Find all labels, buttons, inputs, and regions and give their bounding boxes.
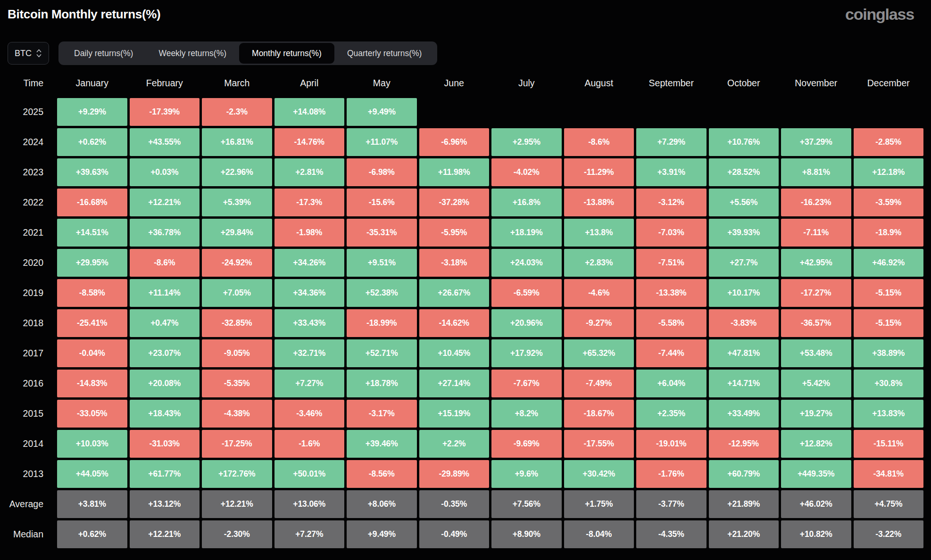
return-cell: -17.25% (202, 430, 272, 458)
return-cell: -2.30% (202, 520, 272, 548)
return-cell: -4.35% (636, 520, 707, 548)
empty-cell (854, 98, 924, 126)
return-cell: -29.89% (419, 460, 490, 488)
row-label: 2021 (0, 219, 55, 247)
return-cell: -9.05% (202, 339, 272, 367)
coinglass-logo: coinglass (845, 6, 914, 23)
return-cell: +11.98% (419, 158, 490, 186)
table-row: 2015-33.05%+18.43%-4.38%-3.46%-3.17%+15.… (0, 400, 923, 428)
month-header: July (491, 73, 562, 93)
return-cell: +17.92% (491, 339, 562, 367)
return-cell: +13.8% (564, 219, 634, 247)
return-cell: -18.9% (854, 219, 924, 247)
return-cell: +43.55% (130, 128, 200, 156)
monthly-returns-table: Time JanuaryFebruaryMarchAprilMayJuneJul… (0, 73, 923, 548)
return-cell: -6.96% (419, 128, 490, 156)
return-cell: +10.82% (781, 520, 851, 548)
return-cell: -31.03% (130, 430, 200, 458)
return-cell: +28.52% (709, 158, 779, 186)
return-cell: +24.03% (491, 249, 562, 277)
return-cell: +9.49% (347, 520, 417, 548)
return-cell: -3.46% (274, 400, 345, 428)
return-cell: -36.57% (781, 309, 851, 337)
tab-weekly-returns[interactable]: Weekly returns(%) (146, 43, 239, 64)
return-cell: -5.58% (636, 309, 707, 337)
return-cell: -8.6% (130, 249, 200, 277)
return-cell: +7.56% (491, 490, 562, 518)
return-cell: -7.49% (564, 370, 634, 397)
return-cell: +32.71% (274, 339, 345, 367)
month-header: December (854, 73, 924, 93)
return-cell: +18.78% (347, 370, 417, 397)
return-cell: +8.90% (491, 520, 562, 548)
empty-cell (564, 98, 634, 126)
return-cell: +42.95% (781, 249, 851, 277)
return-cell: -3.17% (347, 400, 417, 428)
return-cell: -7.11% (781, 219, 851, 247)
return-cell: +10.03% (57, 430, 127, 458)
return-cell: -0.49% (419, 520, 490, 548)
return-cell: -3.83% (709, 309, 779, 337)
return-cell: +11.07% (347, 128, 417, 156)
return-cell: +12.21% (130, 189, 200, 216)
return-cell: -16.23% (781, 189, 851, 216)
return-cell: +172.76% (202, 460, 272, 488)
return-cell: +14.51% (57, 219, 127, 247)
return-cell: +18.19% (491, 219, 562, 247)
table-row: 2020+29.95%-8.6%-24.92%+34.26%+9.51%-3.1… (0, 249, 923, 277)
return-cell: +13.12% (130, 490, 200, 518)
return-cell: +19.27% (781, 400, 851, 428)
return-cell: +46.92% (854, 249, 924, 277)
return-cell: +10.17% (709, 279, 779, 307)
return-cell: +449.35% (781, 460, 851, 488)
return-cell: -0.35% (419, 490, 490, 518)
return-cell: +30.8% (854, 370, 924, 397)
return-cell: +33.49% (709, 400, 779, 428)
return-cell: +2.95% (491, 128, 562, 156)
return-cell: -2.3% (202, 98, 272, 126)
return-cell: -5.15% (854, 309, 924, 337)
empty-cell (709, 98, 779, 126)
return-cell: -7.51% (636, 249, 707, 277)
return-cell: -7.44% (636, 339, 707, 367)
symbol-selector[interactable]: BTC (8, 42, 49, 65)
return-cell: +7.29% (636, 128, 707, 156)
month-header: January (57, 73, 127, 93)
return-cell: -33.05% (57, 400, 127, 428)
return-cell: +14.08% (274, 98, 345, 126)
return-cell: +1.75% (564, 490, 634, 518)
table-row: 2017-0.04%+23.07%-9.05%+32.71%+52.71%+10… (0, 339, 923, 367)
return-cell: +44.05% (57, 460, 127, 488)
return-cell: +12.21% (130, 520, 200, 548)
return-cell: -32.85% (202, 309, 272, 337)
month-header: February (130, 73, 200, 93)
return-cell: -5.35% (202, 370, 272, 397)
tab-quarterly-returns[interactable]: Quarterly returns(%) (334, 43, 435, 64)
return-cell: -17.39% (130, 98, 200, 126)
return-cell: +21.20% (709, 520, 779, 548)
month-header: October (709, 73, 779, 93)
table-header-row: Time JanuaryFebruaryMarchAprilMayJuneJul… (0, 73, 923, 93)
return-cell: +3.91% (636, 158, 707, 186)
return-cell: +52.38% (347, 279, 417, 307)
return-cell: -1.76% (636, 460, 707, 488)
tab-daily-returns[interactable]: Daily returns(%) (61, 43, 146, 64)
table-row: 2022-16.68%+12.21%+5.39%-17.3%-15.6%-37.… (0, 189, 923, 216)
return-cell: -3.22% (854, 520, 924, 548)
return-cell: +36.78% (130, 219, 200, 247)
empty-cell (636, 98, 707, 126)
table-row: 2024+0.62%+43.55%+16.81%-14.76%+11.07%-6… (0, 128, 923, 156)
row-label: Average (0, 490, 55, 518)
page-title: Bitcoin Monthly returns(%) (8, 7, 914, 22)
tab-monthly-returns[interactable]: Monthly returns(%) (239, 43, 334, 64)
return-cell: +12.82% (781, 430, 851, 458)
table-row: 2013+44.05%+61.77%+172.76%+50.01%-8.56%-… (0, 460, 923, 488)
return-cell: +52.71% (347, 339, 417, 367)
return-cell: -25.41% (57, 309, 127, 337)
empty-cell (419, 98, 490, 126)
return-cell: +9.49% (347, 98, 417, 126)
return-cell: -8.6% (564, 128, 634, 156)
month-header: November (781, 73, 851, 93)
return-cell: -13.88% (564, 189, 634, 216)
return-cell: +11.14% (130, 279, 200, 307)
